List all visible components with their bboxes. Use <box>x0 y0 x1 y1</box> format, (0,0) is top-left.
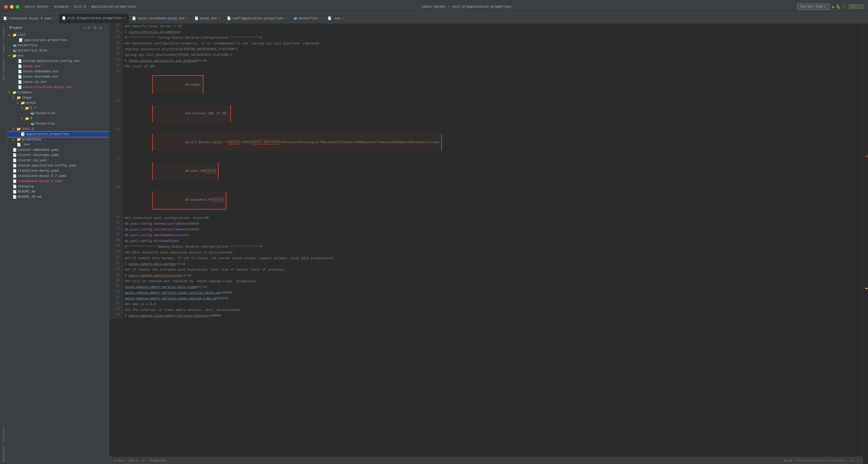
code-editor[interactable]: 26 ### Specify Local server's IP: 27 # n… <box>109 24 863 457</box>
tree-collapse-icon[interactable]: ☰ <box>93 25 97 31</box>
tab-dotenv[interactable]: 📄 .env × <box>324 13 356 23</box>
tab-close-icon[interactable]: × <box>186 17 188 21</box>
code-line-48: 48 ### If enable the instance auto expir… <box>109 267 863 273</box>
tree-file-standalone-derby[interactable]: ▶ 📄 standalone-derby.yaml <box>7 168 109 173</box>
window-title: nacos-docker — init.d/application.proper… <box>136 5 797 9</box>
tree-folder-env[interactable]: ▼ 📂 env <box>7 53 109 59</box>
tree-folder-initd[interactable]: ▼ 📂 init.d <box>7 127 109 132</box>
tree-folder-example[interactable]: ▼ 📂 example <box>7 90 109 95</box>
tab-close-icon[interactable]: × <box>342 17 344 21</box>
breadcrumb-initd[interactable]: init.d <box>74 5 86 9</box>
sidebar-tab-structure[interactable]: Structure <box>1 425 7 444</box>
tree-file-mysql-env[interactable]: ▶ 📄 mysql.env <box>7 64 109 69</box>
tab-close-icon[interactable]: × <box>124 16 125 20</box>
folder-icon: 📂 <box>17 96 21 100</box>
tree-file-dockerfile-root[interactable]: ▶ 🐳 Dockerfile <box>7 43 109 48</box>
tree-file-dockerfile-57[interactable]: ▶ 🐳 Dockerfile <box>7 111 109 116</box>
tab-env-icon: 📄 <box>194 16 198 21</box>
tree-file-app-properties-conf[interactable]: ▶ 📝 application.properties <box>7 38 109 43</box>
tree-item-label: 5.7 <box>30 106 36 110</box>
tree-file-nacos-ip[interactable]: ▶ 📄 nacos-ip.env <box>7 79 109 85</box>
tree-file-cluster-hostname[interactable]: ▶ 📄 cluster-hostname.yaml <box>7 153 109 158</box>
breadcrumb-example[interactable]: example <box>54 5 68 9</box>
tree-item-label: cluster-hostname.yaml <box>18 153 59 157</box>
gutter-warning-marker <box>865 288 867 289</box>
tree-file-nacos-standlone-mysql[interactable]: ▶ 📄 nacos-standlone-mysql.env <box>7 85 109 90</box>
tab-close-icon[interactable]: × <box>285 17 287 21</box>
tab-conf-application-properties[interactable]: 📄 conf/application.properties × <box>224 13 290 23</box>
tree-file-nacos-hostname[interactable]: ▶ 📄 nacos-hostname.env <box>7 74 109 79</box>
encoding-label[interactable]: UTF-8 <box>129 459 137 462</box>
tab-docker-icon: 🐳 <box>293 16 297 21</box>
tree-file-standalone-mysql-57[interactable]: ▶ 📄 standalone-mysql-5.7.yaml <box>7 173 109 179</box>
line-number: 38 <box>109 186 122 215</box>
tab-dockerfile[interactable]: 🐳 Dockerfile × <box>290 13 324 23</box>
tree-file-readme[interactable]: ▶ 📄 README.md <box>7 189 109 194</box>
tree-item-label: nacos-embedded.env <box>23 70 58 73</box>
tree-folder-prometheus[interactable]: ▶ 📁 prometheus <box>7 137 109 142</box>
tree-folder-57[interactable]: ▼ 📂 5.7 <box>7 105 109 111</box>
tree-file-cluster-embedded[interactable]: ▶ 📄 cluster-embedded.yaml <box>7 147 109 153</box>
tree-filter-icon[interactable]: ⚙ <box>99 25 102 31</box>
tree-file-cluster-ip[interactable]: ▶ 📄 cluster-ip.yaml <box>7 158 109 163</box>
code-line-37: 37 db.user.0=nacos <box>109 157 863 186</box>
minimize-button[interactable] <box>10 5 13 9</box>
tab-label: init.d/application.properties <box>67 16 122 20</box>
line-number: 32 <box>109 58 122 64</box>
tree-folder-conf[interactable]: ▶ 📁 conf <box>7 32 109 38</box>
code-line-29: 29 ### Deprecated configuration property… <box>109 41 863 46</box>
tree-folder-mysql[interactable]: ▼ 📂 mysql <box>7 100 109 105</box>
tree-item-label: nacos-standlone-mysql.env <box>23 86 72 89</box>
language-label[interactable]: Properties <box>149 459 166 462</box>
git-branch-label[interactable]: ⎇ main <box>113 459 124 462</box>
yaml-icon: 📄 <box>12 169 17 173</box>
profile-button[interactable]: ⏱ <box>842 5 846 9</box>
tree-file-readme-zh[interactable]: ▶ 📄 README_ZH.md <box>7 194 109 200</box>
tree-file-dockerfile-8[interactable]: ▶ 🐳 Dockerfile <box>7 121 109 127</box>
breadcrumb-project[interactable]: nacos-docker <box>25 5 49 9</box>
sidebar-tab-project[interactable]: Project <box>1 25 7 41</box>
panel-dropdown-arrow[interactable]: ▾ <box>84 26 86 30</box>
maximize-button[interactable] <box>16 5 19 9</box>
tree-file-nacos-embedded[interactable]: ▶ 📄 nacos-embedded.env <box>7 69 109 74</box>
sidebar-tab-bookmarks[interactable]: Bookmarks <box>1 444 7 464</box>
tab-mysql-env[interactable]: 📄 mysql.env × <box>191 13 224 23</box>
tabs-bar: 📄 standalone-mysql-8.yaml × 📄 init.d/app… <box>0 13 868 24</box>
tree-close-icon[interactable]: − <box>104 25 107 31</box>
tab-standalone-mysql-8[interactable]: 📄 standalone-mysql-8.yaml × <box>0 13 59 23</box>
tab-application-properties[interactable]: 📄 init.d/application.properties × <box>59 13 129 23</box>
breadcrumb-file[interactable]: application.properties <box>91 5 136 9</box>
run-button[interactable]: ▶ <box>832 4 835 10</box>
tab-label: Dockerfile <box>299 17 318 21</box>
tree-file-dotenv-example[interactable]: ▶ 📄 .env <box>7 142 109 147</box>
folder-icon: 📂 <box>25 106 29 110</box>
tree-file-custom-app-config[interactable]: ▶ 📄 custom-application-config.yaml <box>7 163 109 168</box>
close-button[interactable] <box>4 5 8 9</box>
tree-item-label: 8 <box>30 117 32 121</box>
tree-folder-8[interactable]: ▼ 📂 8 <box>7 116 109 121</box>
tree-file-application-properties-selected[interactable]: ▶ 📝 application.properties <box>7 132 109 137</box>
debug-button[interactable]: 🐛 <box>836 4 841 9</box>
sidebar-tab-commit[interactable]: Commit <box>1 41 7 55</box>
tab-close-icon[interactable]: × <box>54 17 55 21</box>
line-number: 43 <box>109 238 122 244</box>
tree-file-dockerfile-slim[interactable]: ▶ 🐳 Dockerfile.Slim <box>7 48 109 53</box>
tree-file-custom-env[interactable]: ▶ 📄 custom-application-config.env <box>7 59 109 64</box>
tree-file-standalone-mysql-8[interactable]: ▶ 📄 standalone-mysql-8.yaml <box>7 179 109 184</box>
line-number: 26 <box>109 24 122 29</box>
tree-folder-image[interactable]: ▼ 📂 image <box>7 95 109 100</box>
tab-close-icon[interactable]: × <box>319 17 321 21</box>
current-file-button[interactable]: Current File ▾ <box>797 4 830 10</box>
tab-nacos-standlone-mysql[interactable]: 📄 nacos-standlone-mysql.env × <box>129 13 191 23</box>
folder-icon: 📁 <box>17 137 21 142</box>
tree-sync-icon[interactable]: ⟳ <box>87 25 91 31</box>
tree-item-label: README.md <box>18 190 36 194</box>
tree-item-label: standalone-mysql-8.yaml <box>18 179 63 183</box>
line-sep-label[interactable]: LF <box>142 459 145 462</box>
git-status[interactable]: Git: ✓ <box>849 4 864 9</box>
tab-close-icon[interactable]: × <box>219 17 220 21</box>
code-line-39: 39 ### Connection pool configuration: hi… <box>109 215 863 221</box>
tree-file-changlog[interactable]: ▶ 📄 changlog <box>7 184 109 189</box>
line-content: #spring.datasource.platform=${SPRING_DAT… <box>122 46 863 52</box>
sidebar-tab-pull-requests[interactable]: Pull Requests <box>1 55 7 82</box>
